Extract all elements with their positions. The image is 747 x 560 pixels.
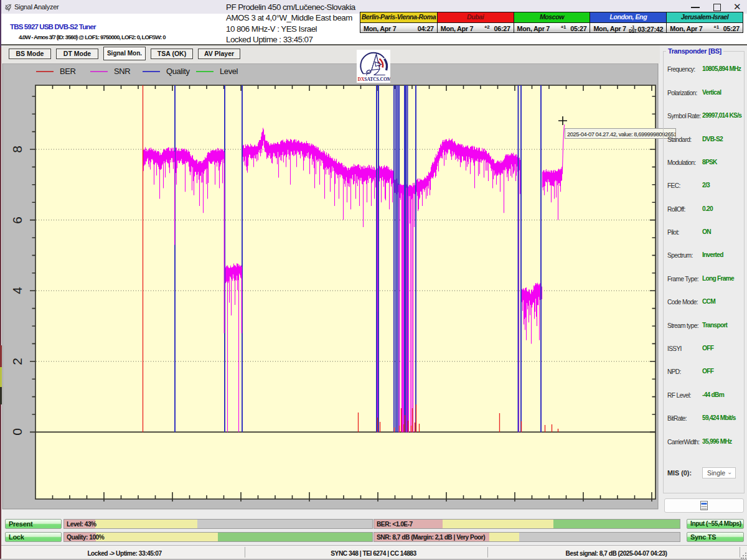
svg-text:4: 4 — [10, 287, 24, 294]
svg-text:DXSATCS.COM: DXSATCS.COM — [358, 77, 391, 82]
svg-text:8: 8 — [10, 146, 24, 153]
svg-text:0: 0 — [10, 428, 24, 436]
svg-text:6: 6 — [10, 217, 24, 224]
svg-text:2: 2 — [10, 358, 24, 365]
